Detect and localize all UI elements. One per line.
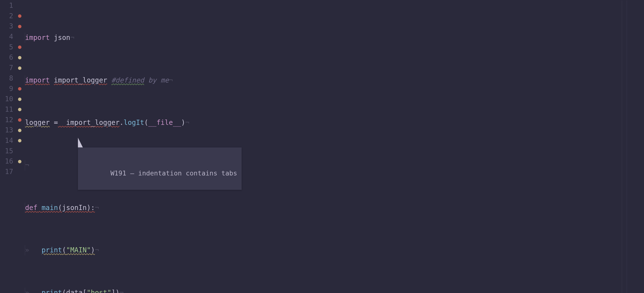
identifier: import_logger bbox=[66, 118, 120, 127]
lint-dot-icon[interactable] bbox=[18, 25, 22, 28]
line-number: 6 bbox=[0, 52, 16, 63]
column-ruler bbox=[627, 0, 627, 293]
line-number-gutter: 1 2 3 4 5 6 7 8 9 10 11 12 13 14 15 16 1… bbox=[0, 0, 16, 293]
code-line[interactable]: import json¬ bbox=[25, 33, 644, 43]
lint-dot-icon[interactable] bbox=[18, 14, 22, 18]
column-ruler bbox=[622, 0, 622, 293]
keyword: def bbox=[25, 204, 38, 212]
line-number: 4 bbox=[0, 32, 16, 42]
string-literal: "MAIN" bbox=[66, 246, 91, 254]
line-number: 5 bbox=[0, 42, 16, 52]
lint-dot-icon[interactable] bbox=[18, 98, 22, 101]
comment: by me bbox=[148, 76, 169, 84]
code-line[interactable]: » print(data["host"])¬ bbox=[25, 288, 644, 293]
line-number: 14 bbox=[0, 136, 16, 146]
code-line[interactable]: import import_logger #defined by me¬ bbox=[25, 75, 644, 86]
module-name: import_logger bbox=[54, 76, 107, 84]
module-name: json bbox=[54, 33, 70, 42]
lint-dot-icon[interactable] bbox=[18, 108, 22, 111]
line-number: 1 bbox=[0, 0, 16, 11]
line-number: 12 bbox=[0, 115, 16, 125]
function-call: print bbox=[42, 246, 62, 254]
eol-marker: ¬ bbox=[25, 161, 29, 169]
lint-dot-icon[interactable] bbox=[18, 56, 22, 59]
keyword: import bbox=[25, 33, 50, 42]
lint-marker-gutter bbox=[16, 0, 25, 293]
line-number: 8 bbox=[0, 73, 16, 84]
tab-whitespace: » bbox=[25, 289, 42, 293]
lint-dot-icon[interactable] bbox=[18, 66, 22, 70]
line-number: 15 bbox=[0, 146, 16, 156]
eol-marker: ¬ bbox=[169, 76, 173, 84]
line-number: 7 bbox=[0, 63, 16, 73]
eol-marker: ¬ bbox=[95, 246, 99, 254]
keyword: import bbox=[25, 76, 50, 84]
line-number: 2 bbox=[0, 11, 16, 21]
lint-dot-icon[interactable] bbox=[18, 129, 22, 132]
lint-tooltip: W191 — indentation contains tabs bbox=[78, 147, 242, 190]
eol-marker: ¬ bbox=[95, 204, 99, 212]
line-number: 17 bbox=[0, 167, 16, 177]
line-number: 3 bbox=[0, 21, 16, 32]
identifier: data bbox=[66, 289, 82, 293]
eol-marker: ¬ bbox=[185, 118, 189, 127]
line-number: 10 bbox=[0, 94, 16, 104]
code-line[interactable]: def main(jsonIn):¬ bbox=[25, 203, 644, 213]
tab-whitespace: » bbox=[25, 246, 42, 254]
lint-message: W191 — indentation contains tabs bbox=[110, 169, 237, 177]
lint-dot-icon[interactable] bbox=[18, 139, 22, 142]
eol-marker: ¬ bbox=[70, 33, 74, 42]
code-line[interactable]: » print("MAIN")¬ bbox=[25, 245, 644, 256]
function-call: print bbox=[42, 289, 62, 293]
function-def: main bbox=[42, 204, 58, 212]
lint-dot-icon[interactable] bbox=[18, 45, 22, 49]
string-literal: "host" bbox=[87, 289, 111, 293]
code-editor[interactable]: 1 2 3 4 5 6 7 8 9 10 11 12 13 14 15 16 1… bbox=[0, 0, 644, 293]
line-number: 11 bbox=[0, 104, 16, 115]
line-number: 13 bbox=[0, 125, 16, 136]
cursor-caret-icon bbox=[78, 138, 83, 147]
parameter: jsonIn bbox=[62, 204, 87, 212]
identifier: logger bbox=[25, 118, 50, 127]
function-call: logIt bbox=[124, 118, 144, 127]
dunder: __file__ bbox=[148, 118, 181, 127]
line-number: 16 bbox=[0, 156, 16, 167]
line-number: 9 bbox=[0, 84, 16, 94]
code-area[interactable]: import json¬ import import_logger #defin… bbox=[25, 0, 644, 293]
lint-dot-icon[interactable] bbox=[18, 160, 22, 163]
lint-dot-icon[interactable] bbox=[18, 87, 22, 90]
lint-dot-icon[interactable] bbox=[18, 118, 22, 122]
eol-marker: ¬ bbox=[120, 289, 124, 293]
code-line[interactable]: logger = import_logger.logIt(__file__)¬ bbox=[25, 118, 644, 128]
comment: #defined bbox=[111, 76, 144, 84]
